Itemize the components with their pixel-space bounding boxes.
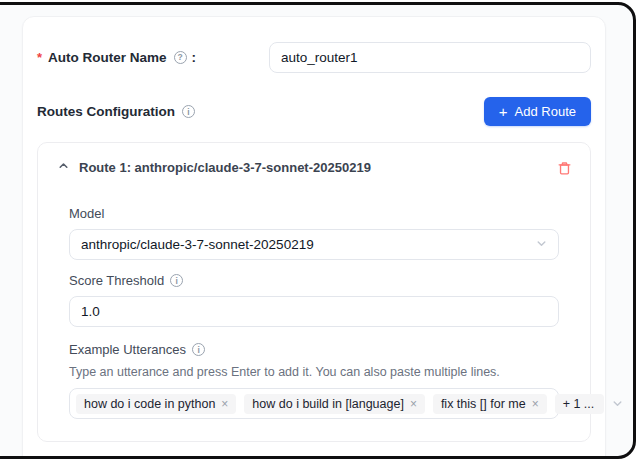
auto-router-name-label: * Auto Router Name ? : [37,50,269,65]
label-colon: : [192,50,197,65]
question-circle-icon[interactable]: ? [174,51,187,64]
auto-router-name-row: * Auto Router Name ? : [37,41,591,73]
utterance-tag: fix this [] for me × [433,394,547,414]
utterance-tag-text: how do i code in python [84,397,215,411]
add-route-button[interactable]: + Add Route [484,97,591,126]
auto-router-name-input[interactable] [269,42,591,73]
info-circle-icon[interactable]: i [170,274,183,287]
model-label: Model [69,206,559,221]
app-screen: * Auto Router Name ? : Routes Configurat… [0,4,634,456]
chevron-down-icon [536,237,547,252]
add-route-button-label: Add Route [515,104,576,119]
score-threshold-input[interactable] [69,296,559,327]
route-1-delete-button[interactable] [555,159,574,181]
utterance-tag-text: how do i build in [language] [252,397,404,411]
model-select[interactable]: anthropic/claude-3-7-sonnet-20250219 [69,229,559,260]
required-asterisk: * [37,50,42,65]
utterance-tag: how do i code in python × [76,394,236,414]
utterances-helper-text: Type an utterance and press Enter to add… [69,365,559,379]
info-circle-icon[interactable]: i [192,343,205,356]
routes-configuration-row: Routes Configuration i + Add Route [37,97,591,126]
route-1-body: Model anthropic/claude-3-7-sonnet-202502… [38,191,590,441]
auto-router-name-label-text: Auto Router Name [48,50,167,65]
score-threshold-label-text: Score Threshold [69,273,164,288]
score-threshold-label: Score Threshold i [69,273,559,288]
utterances-tags-input[interactable]: how do i code in python × how do i build… [69,388,559,419]
tag-remove-icon[interactable]: × [410,398,417,410]
routes-configuration-label-text: Routes Configuration [37,104,175,119]
auto-router-form-card: * Auto Router Name ? : Routes Configurat… [22,16,606,456]
collapse-up-icon[interactable] [58,157,69,175]
example-utterances-label: Example Utterances i [69,342,559,357]
route-1-panel: Route 1: anthropic/claude-3-7-sonnet-202… [37,142,591,442]
routes-configuration-label: Routes Configuration i [37,104,195,119]
plus-icon: + [499,104,508,119]
model-selected-value: anthropic/claude-3-7-sonnet-20250219 [81,237,314,252]
utterance-overflow-tag[interactable]: + 1 ... [555,394,605,414]
utterance-tag-text: fix this [] for me [441,397,526,411]
trash-icon [557,161,572,176]
tag-remove-icon[interactable]: × [532,398,539,410]
tag-remove-icon[interactable]: × [221,398,228,410]
route-1-header[interactable]: Route 1: anthropic/claude-3-7-sonnet-202… [38,143,590,191]
model-label-text: Model [69,206,104,221]
chevron-down-icon [612,395,623,413]
example-utterances-label-text: Example Utterances [69,342,186,357]
utterance-tag: how do i build in [language] × [244,394,425,414]
info-circle-icon[interactable]: i [182,105,195,118]
route-1-title: Route 1: anthropic/claude-3-7-sonnet-202… [79,155,371,175]
